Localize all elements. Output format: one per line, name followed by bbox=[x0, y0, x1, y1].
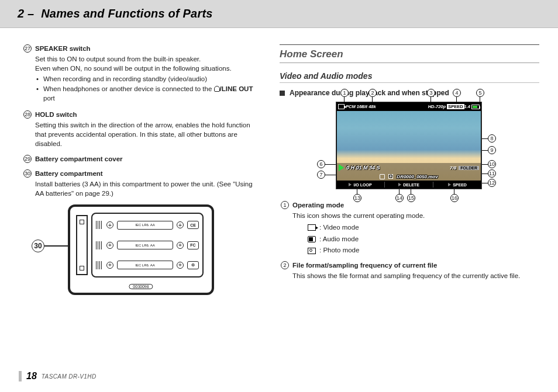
callout-16: 16 bbox=[450, 194, 459, 202]
part-index-27: 27 bbox=[23, 44, 32, 53]
section-title: Names and Functions of Parts bbox=[41, 7, 212, 20]
page-number: 18 bbox=[26, 371, 37, 381]
callout-4: 4 bbox=[453, 89, 461, 97]
callout-15: 15 bbox=[407, 194, 415, 202]
callout-11: 11 bbox=[488, 169, 496, 178]
callout-5: 5 bbox=[476, 89, 484, 97]
fn-ioloop: I/O LOOP bbox=[353, 183, 371, 187]
annotation-index-1: 1 bbox=[281, 201, 289, 209]
part-title: Battery compartment bbox=[35, 169, 261, 179]
annotation-desc: This icon shows the current operating mo… bbox=[292, 211, 539, 221]
bullet: When recording and in recording standby … bbox=[43, 75, 261, 84]
part-30: 30 Battery compartment Install batteries… bbox=[21, 169, 261, 199]
part-28: 28 HOLD switch Setting this switch in th… bbox=[21, 110, 261, 148]
folder-badge: FOLDER bbox=[459, 166, 479, 170]
screen-speed-badge: SPEED1.4 bbox=[447, 104, 470, 109]
headphone-icon bbox=[214, 86, 220, 92]
annotation-title: File format/sampling frequency of curren… bbox=[292, 261, 539, 270]
part-desc: Set this to ON to output sound from the … bbox=[35, 55, 261, 74]
heading-appearance: Appearance during playback and when stop… bbox=[280, 89, 539, 97]
part-title: SPEAKER switch bbox=[35, 44, 261, 54]
battery-label: IEC LR6. AA bbox=[117, 221, 173, 230]
callout-2: 2 bbox=[368, 89, 377, 97]
audio-mode-icon bbox=[308, 236, 316, 242]
callout-13: 13 bbox=[353, 194, 361, 202]
plus-terminal-icon: + bbox=[177, 221, 184, 228]
callout-8: 8 bbox=[488, 134, 496, 143]
plus-terminal-icon: + bbox=[106, 221, 113, 228]
video-mode-icon bbox=[308, 224, 316, 231]
heading-home-screen: Home Screen bbox=[280, 48, 539, 63]
callout-14: 14 bbox=[395, 194, 404, 202]
fn-speed: SPEED bbox=[453, 183, 467, 187]
part-index-29: 29 bbox=[23, 155, 32, 163]
spring-icon bbox=[96, 261, 103, 269]
spring-icon bbox=[96, 241, 103, 249]
play-icon bbox=[339, 164, 344, 171]
screen-index: 7/8 bbox=[450, 165, 456, 171]
callout-3: 3 bbox=[427, 89, 435, 97]
battery-icon bbox=[471, 105, 480, 109]
product-model: TASCAM DR-V1HD bbox=[42, 373, 97, 380]
battery-diagram: 30 + IEC LR6. AA + CE + IEC bbox=[21, 204, 261, 298]
arrow-icon bbox=[349, 183, 352, 186]
battery-label: IEC LR6. AA bbox=[117, 241, 173, 249]
left-column: 27 SPEAKER switch Set this to ON to outp… bbox=[21, 44, 261, 298]
screen-time-row: 0 H 01 M 34 S 7/8 FOLDER bbox=[336, 163, 481, 172]
callout-7: 7 bbox=[317, 171, 325, 179]
annotation-title: Operating mode bbox=[292, 201, 539, 210]
screen-file-row: DR0000_0050.mov bbox=[336, 172, 481, 181]
ce-logo-icon: CE bbox=[187, 221, 199, 229]
annotation-2: 2 File format/sampling frequency of curr… bbox=[280, 261, 539, 281]
part-desc: Install batteries (3 AA) in this compart… bbox=[35, 180, 261, 199]
section-header: 2 – Names and Functions of Parts bbox=[0, 0, 558, 28]
video-mode-icon bbox=[338, 104, 345, 109]
plus-setting-icon bbox=[388, 174, 393, 179]
annotation-1: 1 Operating mode This icon shows the cur… bbox=[280, 201, 539, 258]
part-title: HOLD switch bbox=[35, 110, 261, 120]
screen-function-bar: I/O LOOP DELETE SPEED bbox=[336, 181, 481, 189]
recycle-icon: ♲ bbox=[187, 261, 199, 269]
footer-tick-icon bbox=[19, 371, 22, 381]
callout-6: 6 bbox=[317, 160, 325, 168]
lcd-screen-diagram: 1 2 3 4 5 6 7 8 9 10 11 12 bbox=[315, 102, 502, 189]
part-index-30: 30 bbox=[23, 169, 32, 178]
screen-filename: DR0000_0050.mov bbox=[397, 174, 438, 179]
arrow-icon bbox=[398, 183, 401, 186]
part-desc: Setting this switch in the direction of … bbox=[35, 121, 261, 149]
annotation-index-2: 2 bbox=[281, 261, 289, 269]
screen-time: 0 H 01 M 34 S bbox=[346, 165, 380, 171]
sd-card-icon bbox=[380, 174, 385, 179]
section-number: 2 – bbox=[18, 7, 34, 20]
spring-icon bbox=[96, 221, 103, 229]
arrow-icon bbox=[448, 183, 451, 186]
callout-9: 9 bbox=[488, 146, 496, 154]
part-29: 29 Battery compartment cover bbox=[21, 155, 261, 164]
annotation-desc: This shows the file format and sampling … bbox=[292, 272, 539, 281]
right-column: Home Screen Video and Audio modes Appear… bbox=[280, 44, 539, 298]
screen-top-bar: PCM 16Bit 48k HD-720p SPEED1.4 bbox=[336, 102, 481, 111]
fn-delete: DELETE bbox=[403, 183, 419, 187]
part-title: Battery compartment cover bbox=[35, 155, 261, 164]
screen-hd: HD-720p bbox=[428, 104, 446, 109]
heading-video-audio-modes: Video and Audio modes bbox=[280, 71, 539, 83]
callout-12: 12 bbox=[488, 179, 496, 187]
fc-logo-icon: FC bbox=[187, 241, 199, 249]
callout-1: 1 bbox=[340, 89, 349, 97]
part-index-28: 28 bbox=[23, 110, 32, 119]
page-footer: 18 TASCAM DR-V1HD bbox=[19, 371, 97, 381]
screen-pcm: PCM 16Bit 48k bbox=[346, 104, 376, 109]
square-bullet-icon bbox=[280, 91, 285, 96]
diagram-callout-30: 30 bbox=[32, 240, 44, 252]
part-27: 27 SPEAKER switch Set this to ON to outp… bbox=[21, 44, 261, 105]
callout-10: 10 bbox=[488, 160, 496, 168]
photo-mode-icon bbox=[308, 248, 316, 254]
battery-label: IEC LR6. AA bbox=[117, 261, 173, 269]
bullet: When headphones or another device is con… bbox=[43, 85, 261, 103]
serial-number: 0030098 bbox=[129, 284, 153, 289]
